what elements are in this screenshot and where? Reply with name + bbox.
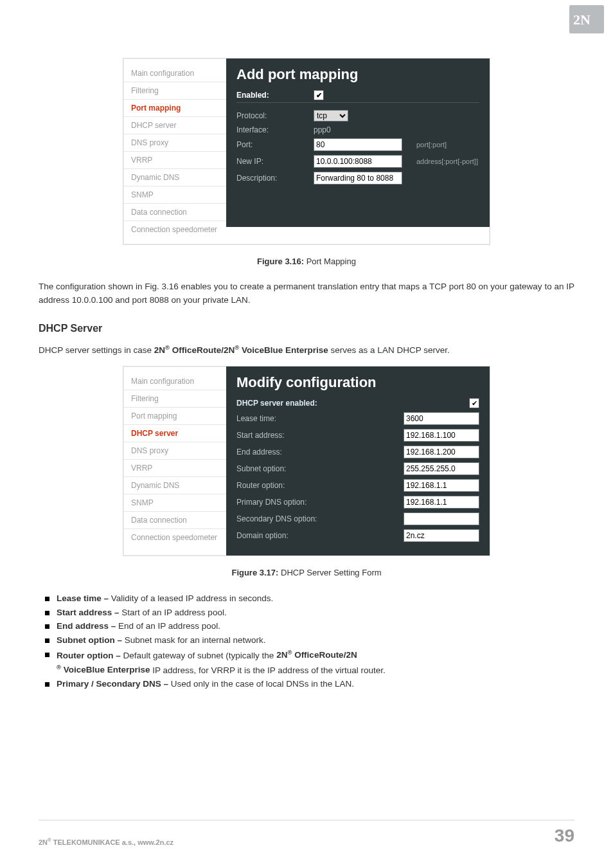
nav-dynamic-dns[interactable]: Dynamic DNS <box>123 169 226 186</box>
brand-logo: 2N <box>569 5 604 33</box>
figure2-caption: Figure 3.17: DHCP Server Setting Form <box>39 568 574 577</box>
bullet-subnet-option: Subnet option – Subnet mask for an inter… <box>42 633 574 647</box>
figure-port-mapping: Main configuration Filtering Port mappin… <box>123 58 490 245</box>
nav-vrrp[interactable]: VRRP <box>123 152 226 169</box>
footer-company: 2N® TELEKOMUNIKACE a.s., www.2n.cz <box>39 837 173 846</box>
secondary-dns-label: Secondary DNS option: <box>236 514 404 523</box>
dhcp-enabled-checkbox[interactable]: ✔ <box>469 398 479 408</box>
paragraph-dhcp-intro: DHCP server settings in case 2N® OfficeR… <box>39 343 574 357</box>
start-address-label: Start address: <box>236 431 404 440</box>
fig2-title: Modify configuration <box>236 374 479 391</box>
fig2-sidenav: Main configuration Filtering Port mappin… <box>123 366 226 552</box>
primary-dns-input[interactable] <box>404 496 479 509</box>
enabled-label: Enabled: <box>236 91 314 100</box>
paragraph-portmap: The configuration shown in Fig. 3.16 ena… <box>39 280 574 307</box>
domain-option-label: Domain option: <box>236 531 404 540</box>
nav-dhcp-server[interactable]: DHCP server <box>123 117 226 134</box>
bullet-router-option: Router option – Default gateway of subne… <box>42 647 574 677</box>
protocol-select[interactable]: tcp <box>314 110 348 122</box>
port-label: Port: <box>236 140 314 149</box>
bullet-list: Lease time – Validity of a leased IP add… <box>39 592 574 691</box>
newip-input[interactable] <box>314 155 402 168</box>
logo-text-svg: 2N <box>573 12 591 28</box>
nav-data-connection[interactable]: Data connection <box>123 204 226 221</box>
start-address-input[interactable] <box>404 429 479 442</box>
fig1-panel: Add port mapping Enabled: ✔ Protocol: tc… <box>226 59 490 227</box>
protocol-label: Protocol: <box>236 111 314 120</box>
nav2-snmp[interactable]: SNMP <box>123 494 226 512</box>
port-hint: port[:port] <box>402 141 447 149</box>
nav2-connection-speedometer[interactable]: Connection speedometer <box>123 529 226 546</box>
figure1-caption: Figure 3.16: Port Mapping <box>39 257 574 266</box>
heading-dhcp-server: DHCP Server <box>39 323 574 334</box>
description-label: Description: <box>236 174 314 183</box>
nav2-data-connection[interactable]: Data connection <box>123 512 226 529</box>
enabled-checkbox[interactable]: ✔ <box>314 90 324 100</box>
nav-port-mapping[interactable]: Port mapping <box>123 100 226 117</box>
subnet-option-label: Subnet option: <box>236 464 404 473</box>
nav-snmp[interactable]: SNMP <box>123 186 226 204</box>
nav2-filtering[interactable]: Filtering <box>123 390 226 408</box>
subnet-option-input[interactable] <box>404 462 479 475</box>
nav2-port-mapping[interactable]: Port mapping <box>123 408 226 425</box>
lease-time-label: Lease time: <box>236 414 404 423</box>
bullet-primary-secondary-dns: Primary / Secondary DNS – Used only in t… <box>42 677 574 691</box>
interface-label: Interface: <box>236 125 314 134</box>
nav2-dns-proxy[interactable]: DNS proxy <box>123 442 226 460</box>
lease-time-input[interactable] <box>404 412 479 425</box>
fig1-title: Add port mapping <box>236 66 479 83</box>
nav-connection-speedometer[interactable]: Connection speedometer <box>123 221 226 238</box>
footer-page-number: 39 <box>555 826 574 846</box>
bullet-end-address: End address – End of an IP address pool. <box>42 619 574 633</box>
page-footer: 2N® TELEKOMUNIKACE a.s., www.2n.cz 39 <box>39 820 574 846</box>
end-address-label: End address: <box>236 448 404 457</box>
fig2-panel: Modify configuration DHCP server enabled… <box>226 366 490 556</box>
nav2-dynamic-dns[interactable]: Dynamic DNS <box>123 477 226 494</box>
secondary-dns-input[interactable] <box>404 512 479 525</box>
nav2-dhcp-server[interactable]: DHCP server <box>123 425 226 442</box>
end-address-input[interactable] <box>404 446 479 458</box>
nav-dns-proxy[interactable]: DNS proxy <box>123 134 226 152</box>
router-option-input[interactable] <box>404 479 479 492</box>
port-input[interactable] <box>314 138 402 151</box>
fig1-sidenav: Main configuration Filtering Port mappin… <box>123 59 226 244</box>
description-input[interactable] <box>314 172 402 185</box>
newip-hint: address[:port[-port]] <box>402 158 478 165</box>
domain-option-input[interactable] <box>404 529 479 542</box>
bullet-start-address: Start address – Start of an IP address p… <box>42 606 574 620</box>
router-option-label: Router option: <box>236 481 404 490</box>
newip-label: New IP: <box>236 157 314 166</box>
nav2-main-configuration[interactable]: Main configuration <box>123 373 226 390</box>
interface-value: ppp0 <box>314 125 331 134</box>
figure-dhcp-server: Main configuration Filtering Port mappin… <box>123 366 490 556</box>
nav-main-configuration[interactable]: Main configuration <box>123 65 226 82</box>
dhcp-enabled-label: DHCP server enabled: <box>236 399 469 408</box>
nav2-vrrp[interactable]: VRRP <box>123 460 226 477</box>
bullet-lease-time: Lease time – Validity of a leased IP add… <box>42 592 574 606</box>
primary-dns-label: Primary DNS option: <box>236 498 404 507</box>
nav-filtering[interactable]: Filtering <box>123 82 226 100</box>
